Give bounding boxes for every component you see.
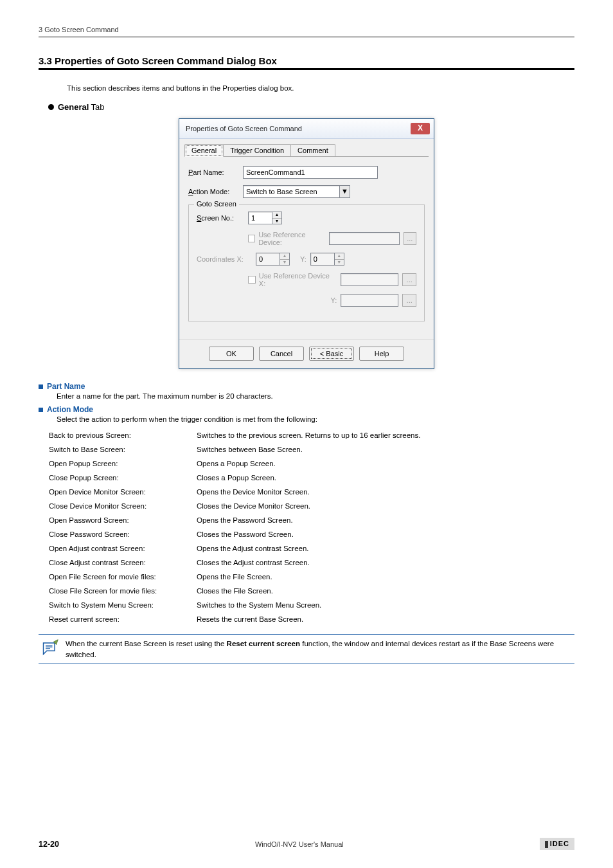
tab-general[interactable]: General [184,144,224,157]
section-title: 3.3 Properties of Goto Screen Command Di… [39,55,574,66]
action-description: Closes the Adjust contrast Screen. [197,556,574,570]
ref-device-y-input [341,294,398,307]
manual-title: WindO/I-NV2 User's Manual [255,840,344,848]
tab-comment[interactable]: Comment [290,144,335,156]
action-label: Close Password Screen: [49,527,197,541]
action-label: Open File Screen for movie files: [49,570,197,584]
action-description: Switches to the previous screen. Returns… [197,428,574,442]
action-description: Resets the current Base Screen. [197,612,574,626]
ref-device-browse-1: ... [404,232,416,245]
action-description: Closes the Device Monitor Screen. [197,499,574,513]
table-row: Close Popup Screen:Closes a Popup Screen… [49,471,574,485]
action-description: Opens a Popup Screen. [197,457,574,471]
note-text: When the current Base Screen is reset us… [66,638,572,660]
use-ref-device-checkbox-2 [248,276,256,284]
ref-device-x-input [341,273,398,286]
dropdown-icon[interactable]: ▼ [339,185,350,198]
breadcrumb: 3 Goto Screen Command [39,26,574,33]
action-label: Back to previous Screen: [49,428,197,442]
use-ref-device-label-1: Use Reference Device: [258,231,325,246]
spin-up-icon[interactable]: ▲ [272,212,281,219]
action-description: Opens the Password Screen. [197,513,574,527]
action-label: Open Adjust contrast Screen: [49,541,197,556]
action-mode-heading: Action Mode [47,405,93,414]
header-rule [39,37,574,37]
action-label: Close Device Monitor Screen: [49,499,197,513]
screen-no-input[interactable] [248,212,272,224]
action-description: Closes the Password Screen. [197,527,574,541]
ref-device-y-label: Y: [248,296,341,304]
table-row: Close Device Monitor Screen:Closes the D… [49,499,574,513]
action-label: Switch to System Menu Screen: [49,598,197,612]
screen-no-spinner[interactable]: ▲▼ [248,212,282,224]
bullet-icon [48,104,54,110]
action-label: Open Device Monitor Screen: [49,485,197,499]
help-button[interactable]: Help [359,347,404,361]
square-bullet-icon [39,408,43,412]
ref-device-x-browse: ... [402,273,416,286]
action-label: Close Adjust contrast Screen: [49,556,197,570]
general-tab-heading: General [58,102,89,112]
table-row: Close Adjust contrast Screen:Closes the … [49,556,574,570]
action-description: Switches between Base Screen. [197,442,574,457]
section-intro: This section describes items and buttons… [67,84,574,92]
action-label: Reset current screen: [49,612,197,626]
basic-button[interactable]: < Basic [309,347,354,361]
coord-y-spinner: ▲▼ [310,253,344,266]
action-label: Close Popup Screen: [49,471,197,485]
coord-x-input [256,253,280,266]
action-label: Switch to Base Screen: [49,442,197,457]
use-ref-device-checkbox-1[interactable] [248,235,255,242]
action-mode-label: Action Mode: [188,188,243,195]
coord-y-input [310,253,335,266]
dialog-titlebar: Properties of Goto Screen Command X [179,119,434,139]
spin-down-icon: ▼ [335,260,344,266]
table-row: Switch to System Menu Screen:Switches to… [49,598,574,612]
coord-y-label: Y: [300,255,306,263]
page-footer: 12-20 WindO/I-NV2 User's Manual IDEC [39,838,574,850]
table-row: Switch to Base Screen:Switches between B… [49,442,574,457]
section-underline [39,68,574,70]
cancel-button[interactable]: Cancel [259,347,304,361]
table-row: Open Password Screen:Opens the Password … [49,513,574,527]
dialog-title: Properties of Goto Screen Command [186,125,302,132]
spin-down-icon[interactable]: ▼ [272,219,281,224]
table-row: Close Password Screen:Closes the Passwor… [49,527,574,541]
table-row: Open File Screen for movie files:Opens t… [49,570,574,584]
note-box: When the current Base Screen is reset us… [39,634,574,664]
coordinates-label: Coordinates X: [197,255,256,263]
table-row: Reset current screen:Resets the current … [49,612,574,626]
action-description: Opens the Device Monitor Screen. [197,485,574,499]
table-row: Open Adjust contrast Screen:Opens the Ad… [49,541,574,556]
part-name-heading: Part Name [47,382,85,391]
action-label: Open Password Screen: [49,513,197,527]
part-name-text: Enter a name for the part. The maximum n… [57,392,574,400]
spin-up-icon: ▲ [280,253,289,260]
action-mode-text: Select the action to perform when the tr… [57,415,574,423]
action-description: Closes a Popup Screen. [197,471,574,485]
brand-badge: IDEC [540,838,574,850]
action-description: Opens the File Screen. [197,570,574,584]
coord-x-spinner: ▲▼ [256,253,290,266]
tab-trigger-condition[interactable]: Trigger Condition [223,144,291,156]
part-name-input[interactable] [243,166,378,179]
use-ref-device-label-2: Use Reference Device X: [259,272,337,287]
table-row: Open Popup Screen:Opens a Popup Screen. [49,457,574,471]
action-mode-value[interactable] [243,185,339,198]
part-name-label: Part Name: [188,168,243,176]
table-row: Back to previous Screen:Switches to the … [49,428,574,442]
page-number: 12-20 [39,840,59,849]
ref-device-y-browse: ... [402,294,416,307]
screen-no-label: Screen No.: [197,214,248,222]
general-tab-heading-sub: Tab [91,102,104,112]
action-label: Open Popup Screen: [49,457,197,471]
close-button[interactable]: X [411,123,430,134]
goto-screen-group: Goto Screen Screen No.: ▲▼ Use Reference… [188,204,425,321]
goto-screen-legend: Goto Screen [194,200,239,208]
spin-up-icon: ▲ [335,253,344,260]
spin-down-icon: ▼ [280,260,289,266]
action-description: Opens the Adjust contrast Screen. [197,541,574,556]
action-mode-table: Back to previous Screen:Switches to the … [49,428,574,626]
action-mode-select[interactable]: ▼ [243,185,350,198]
ok-button[interactable]: OK [209,347,254,361]
